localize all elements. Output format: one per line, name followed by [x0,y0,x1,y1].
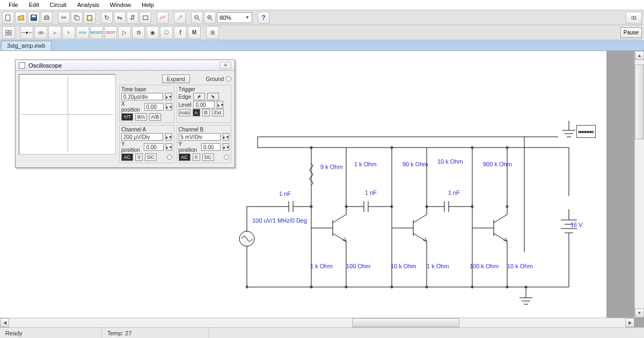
menu-edit[interactable]: Edit [24,1,45,9]
cha-probe-radio[interactable] [167,155,172,160]
bin-instruments[interactable]: M [188,26,201,39]
bin-digital-ics[interactable]: DIGIT [104,26,117,39]
vscroll-thumb[interactable] [635,64,644,139]
print-button[interactable] [41,12,53,24]
bin-extra[interactable]: ⊞ [206,26,219,39]
cha-scale-spin[interactable]: ▲▼ [165,133,172,141]
menu-file[interactable]: File [3,1,24,9]
c2-label: 1 nF [365,189,377,196]
open-button[interactable] [15,12,27,24]
bin-mixed-ics[interactable]: MIXED [90,26,103,39]
oscilloscope-window[interactable]: Oscilloscope ✕ Expand Ground Time base 0… [15,60,235,168]
flip-h-button[interactable]: ⇋ [114,12,126,24]
pause-button[interactable]: Pause [620,27,642,38]
zoom-value: 80% [219,14,231,21]
expand-button[interactable]: Expand [162,75,190,83]
zoom-select[interactable]: 80%▼ [217,12,252,23]
level-input[interactable]: 0.00 [193,101,215,108]
xpos-spin[interactable]: ▲▼ [166,103,172,111]
bin-digital[interactable]: ⧉ [132,26,145,39]
trig-b-button[interactable]: B [202,109,210,116]
bin-basic[interactable]: -w- [34,26,47,39]
scroll-right-icon[interactable]: ▶ [625,318,634,327]
svg-rect-4 [45,15,48,17]
mode-ab-button[interactable]: A/B [149,113,161,121]
scroll-up-icon[interactable]: ▲ [635,51,644,60]
cha-dc-button[interactable]: DC [145,153,157,161]
mode-yt-button[interactable]: Y/T [121,113,133,121]
oscilloscope-titlebar[interactable]: Oscilloscope ✕ [16,60,235,71]
timebase-spin[interactable]: ▲▼ [165,93,172,100]
bin-controls[interactable]: ⎔ [160,26,173,39]
source-label: 100 uV/1 MHz/0 Deg [252,217,307,224]
help-button[interactable]: ? [258,12,269,24]
chb-dc-button[interactable]: DC [202,153,214,161]
bin-sources[interactable]: ─●─ [20,26,33,39]
edge-rise-button[interactable]: ⬈ [193,93,205,100]
copy-button[interactable] [71,12,83,24]
schematic-canvas[interactable] [225,115,601,314]
xpos-input[interactable]: 0.00 [144,103,164,111]
chb-ac-button[interactable]: AC [179,153,191,161]
paste-button[interactable] [84,12,96,24]
subcircuit-button[interactable] [140,12,151,24]
ground-radio[interactable] [226,76,231,82]
bin-favorites[interactable] [2,26,15,39]
chevron-down-icon: ▼ [245,15,250,20]
r4-label: 10 k Ohm [437,158,463,165]
document-tabbar: 3stg_amp.ewb [0,40,644,51]
cha-ypos-input[interactable]: 0.00 [144,143,163,151]
cha-scale-input[interactable]: 200 µV/Div [121,133,163,141]
new-button[interactable] [2,12,14,24]
component-props-button[interactable] [174,12,186,24]
save-button[interactable] [28,12,40,24]
bin-transistors[interactable]: ⊦ [62,26,75,39]
trig-a-button[interactable]: A [193,109,200,116]
svg-line-48 [413,215,427,223]
cha-ypos-spin[interactable]: ▲▼ [166,143,172,151]
xpos-label: X position [121,101,142,113]
menu-help[interactable]: Help [136,1,159,9]
simulate-switch[interactable]: 0|1 [626,12,642,24]
timebase-input[interactable]: 0.20µs/div [121,93,163,100]
bin-logic-gates[interactable]: ▷ [118,26,131,39]
chb-0-button[interactable]: 0 [193,153,200,161]
svg-rect-3 [45,17,49,19]
close-icon[interactable]: ✕ [219,62,231,69]
scroll-down-icon[interactable]: ▼ [635,308,644,318]
zoom-in-button[interactable] [204,12,216,24]
level-spin[interactable]: ▲▼ [217,101,223,108]
zoom-out-button[interactable] [191,12,203,24]
cha-ypos-label: Y position [121,141,142,153]
chb-scale-input[interactable]: 5 mV/Div [179,133,221,141]
scroll-left-icon[interactable]: ◀ [0,318,9,327]
document-tab[interactable]: 3stg_amp.ewb [1,41,52,50]
trigger-group: Trigger Edge⬈⬊ Level0.00▲▼ Auto A B Ext [177,85,231,123]
bin-misc[interactable]: f [174,26,187,39]
bin-indicators[interactable]: ◉ [146,26,159,39]
menu-analysis[interactable]: Analysis [72,1,105,9]
horizontal-scrollbar[interactable]: ◀ ▶ [0,318,634,327]
mode-ba-button[interactable]: B/A [135,113,147,121]
graph-button[interactable] [157,12,169,24]
cha-ac-button[interactable]: AC [121,153,133,161]
svg-line-49 [413,233,427,241]
rotate-button[interactable]: ↻ [101,12,113,24]
menu-window[interactable]: Window [105,1,136,9]
trig-auto-button[interactable]: Auto [179,109,191,116]
bin-analog-ics[interactable]: ANA [76,26,89,39]
menu-circuit[interactable]: Circuit [45,1,72,9]
svg-line-12 [198,18,200,20]
edge-label: Edge [179,94,191,100]
trig-ext-button[interactable]: Ext [212,109,224,116]
flip-v-button[interactable]: ⇵ [127,12,138,24]
cut-button[interactable]: ✂ [58,12,70,24]
chb-ypos-input[interactable]: 0.00 [201,143,221,151]
edge-fall-button[interactable]: ⬊ [207,93,219,100]
cha-0-button[interactable]: 0 [135,153,143,161]
hscroll-thumb[interactable] [352,318,459,327]
svg-line-37 [333,215,346,223]
workspace[interactable]: Oscilloscope ✕ Expand Ground Time base 0… [0,51,644,327]
bin-diodes[interactable]: ▹ [48,26,61,39]
vertical-scrollbar[interactable]: ▲ ▼ [634,51,644,318]
